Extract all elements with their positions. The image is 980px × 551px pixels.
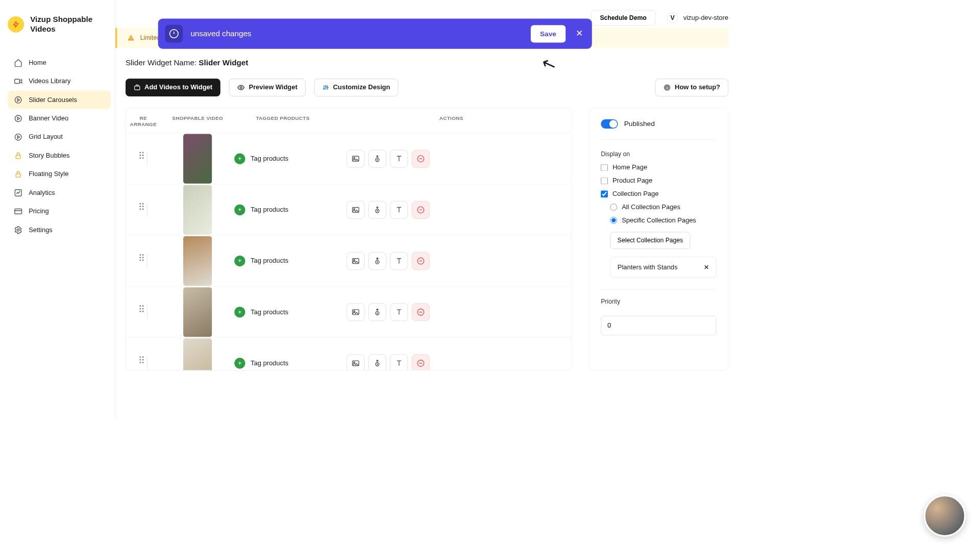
remove-action-icon[interactable] xyxy=(412,149,430,167)
upload-action-icon[interactable] xyxy=(369,149,386,167)
svg-point-14 xyxy=(325,86,326,87)
tag-products-button[interactable]: +Tag products xyxy=(234,256,331,266)
unsaved-changes-banner: unsaved changes Save ✕ xyxy=(158,18,592,48)
remove-chip-button[interactable]: ✕ xyxy=(704,263,709,270)
save-button[interactable]: Save xyxy=(531,25,566,42)
text-action-icon[interactable] xyxy=(390,354,408,370)
sliders-icon xyxy=(322,84,329,91)
svg-point-12 xyxy=(240,87,242,89)
col-tagged: TAGGED PRODUCTS xyxy=(234,115,331,128)
svg-point-13 xyxy=(324,88,325,89)
all-collection-radio[interactable]: All Collection Pages xyxy=(610,203,716,211)
sidebar-item-videos-library[interactable]: Videos Library xyxy=(8,72,111,90)
briefcase-icon xyxy=(134,84,141,91)
col-video: SHOPPABLE VIDEO xyxy=(161,115,234,128)
drag-handle[interactable] xyxy=(126,254,161,268)
product-page-checkbox[interactable]: Product Page xyxy=(601,177,716,185)
play-circle-icon xyxy=(14,114,22,123)
tag-products-button[interactable]: +Tag products xyxy=(234,358,331,368)
text-action-icon[interactable] xyxy=(390,252,408,270)
sidebar-item-label: Story Bubbles xyxy=(29,152,69,160)
how-to-setup-button[interactable]: How to setup? xyxy=(655,79,728,96)
selected-collection-chip: Planters with Stands ✕ xyxy=(610,257,716,278)
video-icon xyxy=(14,77,22,86)
sidebar-item-label: Videos Library xyxy=(29,78,70,85)
text-action-icon[interactable] xyxy=(390,149,408,167)
info-icon xyxy=(663,84,671,91)
plus-icon: + xyxy=(234,256,245,266)
remove-action-icon[interactable] xyxy=(412,201,430,219)
sidebar-item-analytics[interactable]: Analytics xyxy=(8,184,111,202)
svg-rect-7 xyxy=(15,209,22,214)
customize-design-button[interactable]: Customize Design xyxy=(314,79,398,96)
sidebar-item-label: Banner Video xyxy=(29,115,68,122)
svg-rect-11 xyxy=(135,86,140,90)
image-action-icon[interactable] xyxy=(347,354,364,370)
svg-point-8 xyxy=(17,229,19,231)
sidebar-item-pricing[interactable]: Pricing xyxy=(8,202,111,220)
display-on-label: Display on xyxy=(601,151,716,158)
alert-circle-icon xyxy=(165,25,183,43)
sidebar-item-slider-carousels[interactable]: Slider Carousels xyxy=(8,91,111,109)
published-toggle[interactable] xyxy=(601,119,618,129)
table-row: +Tag products xyxy=(126,286,572,337)
store-switcher[interactable]: V vizup-dev-store xyxy=(667,12,728,23)
image-action-icon[interactable] xyxy=(347,303,364,321)
upload-action-icon[interactable] xyxy=(369,201,386,219)
svg-point-3 xyxy=(15,134,21,140)
dismiss-banner-button[interactable]: ✕ xyxy=(573,29,585,39)
unsaved-message: unsaved changes xyxy=(190,29,523,38)
plus-icon: + xyxy=(234,205,245,215)
brand-name: Vizup Shoppable Videos xyxy=(30,15,100,34)
image-action-icon[interactable] xyxy=(347,149,364,167)
video-thumbnail[interactable] xyxy=(161,236,234,286)
main-content: Schedule Demo V vizup-dev-store unsaved … xyxy=(115,0,744,418)
sidebar-item-grid-layout[interactable]: Grid Layout xyxy=(8,128,111,146)
upload-action-icon[interactable] xyxy=(369,354,386,370)
preview-widget-button[interactable]: Preview Widget xyxy=(229,79,306,96)
video-thumbnail[interactable] xyxy=(161,185,234,235)
plus-icon: + xyxy=(234,153,245,164)
video-thumbnail[interactable] xyxy=(161,134,234,183)
remove-action-icon[interactable] xyxy=(412,354,430,370)
specific-collection-radio[interactable]: Specific Collection Pages xyxy=(610,216,716,224)
widget-settings-panel: Published Display on Home Page Product P… xyxy=(589,107,728,370)
sidebar-item-floating-style[interactable]: Floating Style xyxy=(8,165,111,183)
priority-input[interactable] xyxy=(601,316,716,335)
svg-point-15 xyxy=(327,87,328,88)
schedule-demo-button[interactable]: Schedule Demo xyxy=(591,10,655,26)
video-thumbnail[interactable] xyxy=(161,338,234,370)
text-action-icon[interactable] xyxy=(390,303,408,321)
sidebar-item-label: Home xyxy=(29,59,46,66)
add-videos-button[interactable]: Add Videos to Widget xyxy=(126,79,220,96)
video-thumbnail[interactable] xyxy=(161,287,234,337)
chat-support-button[interactable] xyxy=(924,495,966,537)
image-action-icon[interactable] xyxy=(347,252,364,270)
sidebar-item-banner-video[interactable]: Banner Video xyxy=(8,109,111,128)
select-collection-pages-button[interactable]: Select Collection Pages xyxy=(610,232,690,249)
col-rearrange: REARRANGE xyxy=(126,115,161,128)
remove-action-icon[interactable] xyxy=(412,303,430,321)
sidebar-item-home[interactable]: Home xyxy=(8,54,111,72)
collection-page-checkbox[interactable]: Collection Page xyxy=(601,190,716,198)
sidebar-item-story-bubbles[interactable]: Story Bubbles xyxy=(8,146,111,165)
tag-products-button[interactable]: +Tag products xyxy=(234,307,331,317)
upload-action-icon[interactable] xyxy=(369,252,386,270)
sidebar-item-label: Analytics xyxy=(29,189,55,196)
table-row: +Tag products xyxy=(126,184,572,235)
home-page-checkbox[interactable]: Home Page xyxy=(601,164,716,171)
text-action-icon[interactable] xyxy=(390,201,408,219)
tag-products-button[interactable]: +Tag products xyxy=(234,205,331,215)
remove-action-icon[interactable] xyxy=(412,252,430,270)
drag-handle[interactable] xyxy=(126,203,161,216)
drag-handle[interactable] xyxy=(126,152,161,165)
tag-products-button[interactable]: +Tag products xyxy=(234,153,331,164)
drag-handle[interactable] xyxy=(126,305,161,319)
image-action-icon[interactable] xyxy=(347,201,364,219)
card-icon xyxy=(14,207,22,216)
play-circle-icon xyxy=(14,95,22,104)
chart-icon xyxy=(14,189,22,197)
sidebar-item-settings[interactable]: Settings xyxy=(8,221,111,239)
drag-handle[interactable] xyxy=(126,356,161,370)
upload-action-icon[interactable] xyxy=(369,303,386,321)
